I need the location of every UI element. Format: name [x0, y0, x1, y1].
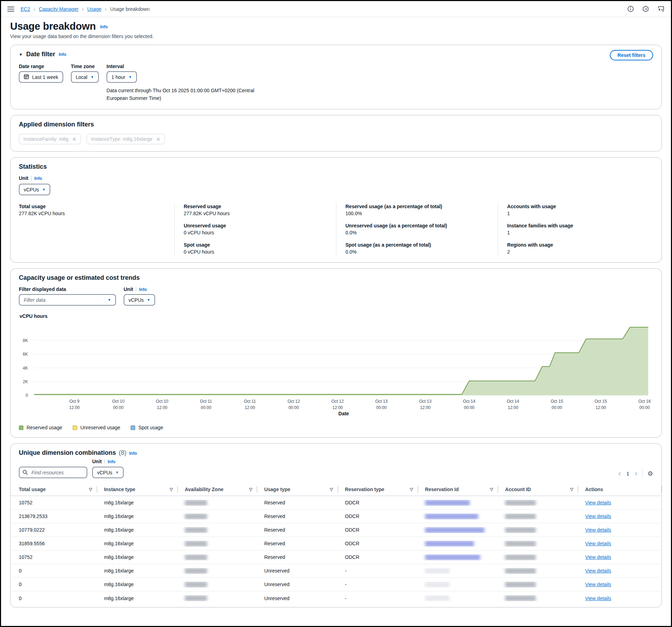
legend-item-reserved-usage[interactable]: Reserved usage [19, 425, 62, 430]
page-info-link[interactable]: Info [100, 24, 108, 29]
chip-dismiss-icon[interactable]: ✕ [156, 137, 161, 142]
unit-info-link[interactable]: Info [34, 176, 42, 181]
column-filter-icon[interactable]: ▽ [170, 487, 173, 492]
search-icon [22, 469, 28, 476]
cell-account-id [498, 513, 578, 519]
dimension-filter-chip: InstanceFamily: m8g✕ [19, 134, 81, 144]
statistics-unit-select[interactable]: vCPUs ▼ [19, 184, 50, 195]
column-filter-icon[interactable]: ▽ [89, 487, 92, 492]
time-zone-select[interactable]: Local ▼ [71, 71, 99, 83]
topbar-right-icons [627, 6, 665, 12]
breadcrumb-link-capacity-manager[interactable]: Capacity Manager [39, 6, 79, 12]
cell-usage-type: Reserved [257, 554, 338, 560]
legend-item-spot-usage[interactable]: Spot usage [131, 425, 163, 430]
table-unit-value: vCPUs [97, 470, 112, 475]
stat-value: 277.82K vCPU hours [19, 211, 174, 216]
trend-area-chart[interactable] [34, 324, 648, 395]
view-details-link[interactable]: View details [585, 513, 611, 519]
table-unit-info-link[interactable]: Info [108, 459, 115, 464]
column-filter-icon[interactable]: ▽ [410, 487, 413, 492]
view-details-link[interactable]: View details [585, 541, 611, 546]
breadcrumb-link-usage[interactable]: Usage [87, 6, 101, 12]
redacted-availability-zone [185, 541, 207, 547]
column-header-label: Instance type [104, 487, 135, 492]
x-tick-date: Oct 15 [594, 399, 607, 404]
view-details-link[interactable]: View details [585, 582, 611, 587]
statistics-column: Reserved usage (as a percentage of total… [336, 204, 498, 255]
hexagon-status-icon[interactable] [642, 6, 649, 12]
statistics-column: Total usage277.82K vCPU hours [19, 204, 174, 255]
trend-chart: 02K4K6K8K [19, 324, 648, 395]
cell-instance-type: m8g.16xlarge [97, 541, 178, 546]
cell-reservation-id [418, 527, 498, 533]
trends-unit-info-link[interactable]: Info [139, 287, 147, 292]
x-tick-time: 00:00 [287, 405, 300, 411]
stat-label: Regions with usage [507, 242, 653, 248]
trends-unit-value: vCPUs [129, 297, 144, 303]
breadcrumb-link-ec2[interactable]: EC2 [21, 6, 30, 12]
view-details-link[interactable]: View details [585, 527, 611, 533]
reset-filters-button[interactable]: Reset filters [610, 50, 653, 60]
column-filter-icon[interactable]: ▽ [570, 487, 573, 492]
collapse-caret-icon[interactable]: ▼ [19, 52, 23, 57]
chevron-down-icon: ▼ [116, 471, 119, 474]
legend-item-unreserved-usage[interactable]: Unreserved usage [73, 425, 120, 430]
view-details-link[interactable]: View details [585, 596, 611, 601]
chart-x-axis-title: Date [19, 411, 653, 416]
x-tick-time: 12:00 [244, 405, 256, 411]
column-header-usage-type: Usage type▽ [257, 483, 338, 496]
next-page-icon[interactable]: › [635, 470, 637, 477]
previous-page-icon[interactable]: ‹ [618, 470, 621, 477]
search-input[interactable] [19, 467, 87, 478]
table-preferences-gear-icon[interactable]: ⚙ [648, 470, 653, 477]
cell-reservation-type: - [338, 582, 418, 587]
info-circle-icon[interactable] [627, 6, 634, 12]
legend-label: Reserved usage [27, 425, 62, 430]
view-details-link[interactable]: View details [585, 500, 611, 505]
hamburger-menu-icon[interactable] [7, 7, 14, 12]
table-unit-select[interactable]: vCPUs ▼ [92, 467, 124, 478]
view-details-link[interactable]: View details [585, 554, 611, 560]
cell-reservation-id [418, 568, 498, 574]
redacted-account-id [505, 513, 536, 519]
y-tick-label: 2K [17, 379, 28, 384]
combinations-info-link[interactable]: Info [129, 451, 137, 456]
column-filter-icon[interactable]: ▽ [490, 487, 493, 492]
chip-dismiss-icon[interactable]: ✕ [72, 137, 76, 142]
filter-data-combobox[interactable]: Filter data ▼ [19, 294, 116, 306]
stat-item: Reserved usage (as a percentage of total… [345, 204, 498, 216]
chart-legend: Reserved usageUnreserved usageSpot usage [19, 425, 653, 430]
cell-usage-type: Unreserved [257, 596, 338, 601]
redacted-availability-zone [185, 582, 207, 588]
x-tick-time: 12:00 [594, 405, 607, 411]
feedback-monitor-icon[interactable] [657, 6, 665, 12]
column-header-label: Usage type [264, 487, 290, 492]
redacted-account-id [505, 568, 536, 574]
page-number[interactable]: 1 [626, 471, 630, 476]
column-filter-icon[interactable]: ▽ [330, 487, 333, 492]
stat-label: Spot usage [184, 242, 336, 248]
statistics-panel: Statistics UnitInfo vCPUs ▼ Total usage2… [10, 157, 662, 263]
column-filter-icon[interactable]: ▽ [249, 487, 252, 492]
cell-account-id [498, 595, 578, 601]
date-filter-info-link[interactable]: Info [59, 52, 66, 57]
x-tick-date: Oct 11 [200, 399, 212, 404]
cell-reservation-id [418, 554, 498, 560]
table-row: 10752m8g.16xlargeReservedODCRView detail… [10, 496, 662, 510]
redacted-account-id [505, 500, 536, 506]
cell-instance-type: m8g.16xlarge [97, 554, 178, 560]
cell-actions: View details [578, 582, 662, 587]
cell-account-id [498, 541, 578, 547]
legend-swatch [131, 425, 135, 430]
date-range-button[interactable]: Last 1 week [19, 71, 63, 83]
x-tick-label: Oct 1512:00 [594, 399, 607, 411]
x-tick-time: 12:00 [69, 405, 80, 411]
x-tick-label: Oct 1000:00 [112, 399, 124, 411]
trends-unit-select[interactable]: vCPUs ▼ [124, 294, 155, 306]
cell-usage-type: Reserved [257, 513, 338, 519]
view-details-link[interactable]: View details [585, 568, 611, 574]
interval-select[interactable]: 1 hour ▼ [107, 71, 137, 83]
breadcrumb-separator-icon: › [34, 6, 35, 12]
stat-value: 277.82K vCPU hours [184, 211, 336, 216]
filter-displayed-data-field: Filter displayed data Filter data ▼ [19, 286, 116, 306]
